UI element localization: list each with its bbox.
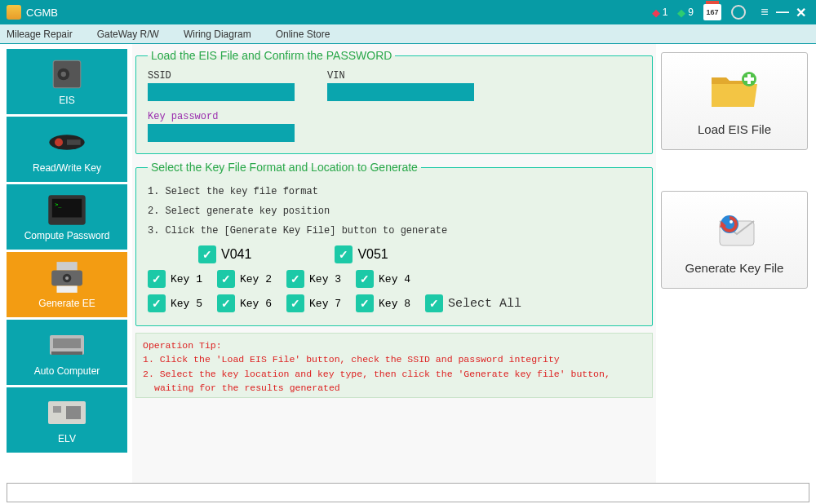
panel-load-eis-legend: Load the EIS File and Confirm the PASSWO…: [148, 49, 395, 62]
panel-select-key-format-legend: Select the Key File Format and Location …: [148, 161, 421, 174]
menu-mileage-repair[interactable]: Mileage Repair: [7, 29, 73, 40]
ssid-input[interactable]: [148, 83, 295, 101]
emerald-icon: ◆: [677, 7, 685, 19]
checkbox-key-3[interactable]: Key 3: [286, 270, 341, 288]
vin-input[interactable]: [327, 83, 474, 101]
calendar-value: 167: [706, 8, 718, 16]
menubar: Mileage Repair GateWay R/W Wiring Diagra…: [0, 24, 816, 44]
app-title: CGMB: [26, 7, 58, 19]
svg-rect-9: [56, 262, 77, 270]
tip-header: Operation Tip:: [143, 338, 645, 352]
sidebar-item-label: ELV: [58, 433, 76, 444]
checkbox-key-4[interactable]: Key 4: [356, 270, 410, 288]
svg-text:>_: >_: [55, 201, 62, 207]
checkbox-select-all[interactable]: Select All: [425, 294, 521, 312]
board-icon: [47, 396, 87, 430]
check-icon: [217, 270, 235, 288]
tip-line-2: 2. Select the key location and key type,…: [143, 367, 645, 396]
key-icon: [47, 125, 87, 159]
load-eis-file-label: Load EIS File: [698, 122, 771, 136]
menu-wiring-diagram[interactable]: Wiring Diagram: [184, 29, 251, 40]
generate-key-file-label: Generate Key File: [685, 261, 784, 275]
svg-rect-22: [744, 77, 754, 81]
sidebar-item-label: EIS: [59, 95, 74, 106]
checkbox-key-6[interactable]: Key 6: [217, 294, 272, 312]
svg-rect-5: [67, 139, 81, 145]
stopwatch-icon[interactable]: [731, 5, 746, 20]
generate-key-file-button[interactable]: Generate Key File: [661, 191, 808, 289]
sidebar-item-label: Read/Write Key: [33, 162, 101, 174]
check-icon: [198, 245, 216, 263]
sidebar-item-compute-password[interactable]: >_ Compute Password: [7, 184, 127, 250]
key-password-input[interactable]: [148, 124, 295, 142]
check-icon: [356, 294, 374, 312]
load-eis-file-button[interactable]: Load EIS File: [661, 52, 808, 150]
instruction-step-1: 1. Select the key file format: [148, 182, 641, 201]
svg-rect-16: [51, 351, 82, 355]
check-icon: [335, 245, 353, 263]
svg-point-4: [55, 138, 63, 146]
sidebar-item-generate-ee[interactable]: Generate EE: [7, 252, 127, 317]
safe-icon: [47, 57, 87, 91]
menu-button[interactable]: ≡: [756, 5, 774, 20]
panel-select-key-format: Select the Key File Format and Location …: [135, 161, 653, 326]
sidebar-item-read-write-key[interactable]: Read/Write Key: [7, 117, 127, 182]
sidebar-item-label: Generate EE: [38, 298, 95, 309]
sidebar-item-auto-computer[interactable]: Auto Computer: [7, 320, 127, 385]
instruction-step-2: 2. Select generate key position: [148, 201, 641, 221]
operation-tip-box[interactable]: Operation Tip: 1. Click the 'Load EIS Fi…: [135, 333, 653, 398]
check-icon: [286, 294, 304, 312]
check-icon: [148, 294, 166, 312]
app-logo-icon: [7, 5, 21, 20]
svg-point-2: [61, 72, 66, 77]
sidebar-item-elv[interactable]: ELV: [7, 387, 127, 453]
refresh-envelope-icon: [708, 206, 761, 254]
checkbox-key-7[interactable]: Key 7: [286, 294, 341, 312]
right-actions: Load EIS File Generate Key File: [656, 44, 816, 483]
close-button[interactable]: ✕: [792, 5, 809, 20]
check-icon: [148, 270, 166, 288]
svg-point-12: [65, 276, 69, 280]
svg-rect-15: [53, 338, 81, 348]
sidebar-item-label: Compute Password: [24, 230, 110, 241]
check-icon: [217, 294, 235, 312]
ruby-icon: ◆: [652, 7, 660, 19]
instruction-step-3: 3. Click the [Generate Key File] button …: [148, 221, 641, 241]
menu-gateway-rw[interactable]: GateWay R/W: [97, 29, 159, 40]
sidebar-item-label: Auto Computer: [34, 365, 100, 377]
stat-emerald: ◆ 9: [677, 7, 694, 19]
checkbox-key-5[interactable]: Key 5: [148, 294, 202, 312]
titlebar: CGMB ◆ 1 ◆ 9 167 ≡ — ✕: [0, 0, 816, 24]
checkbox-key-8[interactable]: Key 8: [356, 294, 410, 312]
checkbox-key-1[interactable]: Key 1: [148, 270, 202, 288]
vin-label: VIN: [327, 70, 474, 82]
checkbox-v041[interactable]: V041: [198, 245, 251, 263]
check-icon: [356, 270, 374, 288]
sidebar: EIS Read/Write Key >_ Compute Password G…: [0, 44, 132, 483]
ssid-label: SSID: [148, 70, 295, 82]
printer-icon: [47, 260, 87, 294]
sidebar-item-eis[interactable]: EIS: [7, 49, 127, 114]
ecu-icon: [47, 328, 87, 362]
terminal-icon: >_: [47, 192, 87, 227]
minimize-button[interactable]: —: [774, 5, 792, 20]
check-icon: [425, 294, 443, 312]
panel-load-eis: Load the EIS File and Confirm the PASSWO…: [135, 49, 653, 154]
stat-ruby-value: 1: [663, 7, 668, 18]
tip-line-1: 1. Click the 'Load EIS File' button, che…: [143, 352, 645, 366]
menu-online-store[interactable]: Online Store: [276, 29, 330, 40]
main-content: Load the EIS File and Confirm the PASSWO…: [132, 44, 656, 483]
svg-rect-13: [56, 285, 77, 292]
svg-point-26: [730, 220, 733, 223]
checkbox-key-2[interactable]: Key 2: [217, 270, 272, 288]
svg-rect-18: [53, 406, 61, 413]
calendar-icon[interactable]: 167: [703, 4, 721, 20]
check-icon: [286, 270, 304, 288]
stat-ruby: ◆ 1: [652, 7, 668, 19]
svg-rect-19: [66, 406, 81, 419]
key-password-label: Key password: [148, 111, 295, 122]
checkbox-v051[interactable]: V051: [335, 245, 388, 263]
stat-emerald-value: 9: [688, 7, 694, 18]
statusbar: [7, 483, 809, 502]
folder-plus-icon: [708, 67, 761, 116]
